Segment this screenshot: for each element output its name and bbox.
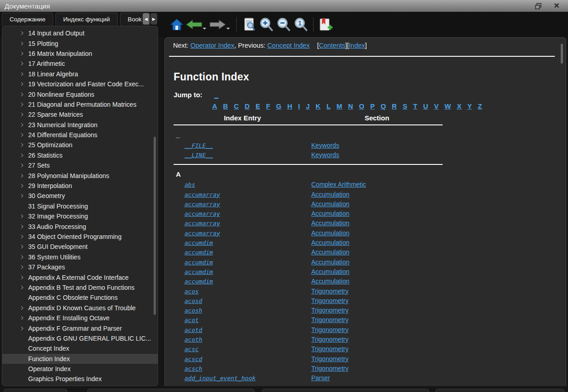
back-button[interactable] bbox=[185, 15, 203, 34]
chevron-right-icon[interactable] bbox=[18, 174, 25, 177]
tab-scroll-left-button[interactable]: ◀ bbox=[143, 13, 149, 25]
letter-link[interactable]: H bbox=[287, 102, 292, 110]
tree-item[interactable]: Appendix F Grammar and Parser bbox=[2, 323, 158, 333]
letter-link[interactable]: I bbox=[298, 102, 300, 110]
letter-link[interactable]: A bbox=[212, 102, 217, 110]
section-link[interactable]: Trigonometry bbox=[311, 355, 349, 362]
section-link[interactable]: Trigonometry bbox=[311, 316, 349, 323]
letter-link[interactable]: F bbox=[266, 102, 270, 110]
tree-item[interactable]: 15 Plotting bbox=[2, 38, 158, 48]
tree-item[interactable]: 36 System Utilities bbox=[2, 252, 158, 262]
bookmark-add-button[interactable] bbox=[317, 15, 334, 34]
chevron-right-icon[interactable] bbox=[18, 327, 25, 330]
letter-link[interactable]: B bbox=[223, 102, 228, 110]
tree-item[interactable]: 31 Signal Processing bbox=[2, 201, 158, 211]
tree-item[interactable]: 23 Numerical Integration bbox=[2, 120, 158, 130]
tree-item[interactable]: 30 Geometry bbox=[2, 191, 158, 201]
letter-link[interactable]: M bbox=[337, 102, 343, 110]
letter-link[interactable]: Z bbox=[478, 102, 482, 110]
tree-item[interactable]: Appendix B Test and Demo Functions bbox=[2, 283, 158, 293]
function-link[interactable]: accumarray bbox=[184, 201, 220, 208]
section-link[interactable]: Accumulation bbox=[311, 239, 349, 246]
tree-item[interactable]: 22 Sparse Matrices bbox=[2, 109, 158, 119]
tree-item[interactable]: 25 Optimization bbox=[2, 140, 158, 150]
tree-item[interactable]: Appendix A External Code Interface bbox=[2, 272, 158, 282]
letter-link[interactable]: V bbox=[434, 102, 438, 110]
function-link[interactable]: accumdim bbox=[184, 249, 213, 256]
tree-item[interactable]: 26 Statistics bbox=[2, 150, 158, 160]
section-link[interactable]: Accumulation bbox=[311, 210, 349, 217]
tree-item[interactable]: Appendix D Known Causes of Trouble bbox=[2, 303, 158, 313]
chevron-right-icon[interactable] bbox=[18, 42, 25, 45]
tree-item[interactable]: Graphics Properties Index bbox=[2, 374, 158, 384]
restore-window-button[interactable] bbox=[534, 2, 543, 10]
chevron-right-icon[interactable] bbox=[18, 194, 25, 197]
function-link[interactable]: acscd bbox=[184, 356, 202, 362]
letter-link[interactable]: Y bbox=[467, 102, 472, 110]
forward-button[interactable] bbox=[209, 15, 226, 34]
function-link[interactable]: accumdim bbox=[184, 278, 213, 285]
chevron-right-icon[interactable] bbox=[18, 235, 25, 238]
function-link[interactable]: accumarray bbox=[184, 210, 220, 217]
tree-item[interactable]: Appendix E Installing Octave bbox=[2, 313, 158, 323]
tree-item[interactable]: 28 Polynomial Manipulations bbox=[2, 170, 158, 180]
tree-item[interactable]: 33 Audio Processing bbox=[2, 221, 158, 231]
bottom-button[interactable] bbox=[435, 389, 564, 392]
function-link[interactable]: accumarray bbox=[184, 220, 220, 227]
tree-item[interactable]: 19 Vectorization and Faster Code Exec... bbox=[2, 79, 158, 89]
section-link[interactable]: Accumulation bbox=[311, 258, 349, 266]
letter-link[interactable]: R bbox=[392, 102, 397, 110]
contents-link[interactable]: Contents bbox=[319, 42, 345, 49]
zoom-in-button[interactable] bbox=[258, 15, 275, 34]
function-link[interactable]: __FILE__ bbox=[184, 142, 213, 149]
section-link[interactable]: Trigonometry bbox=[311, 326, 349, 333]
letter-link[interactable]: O bbox=[359, 102, 364, 110]
chevron-right-icon[interactable] bbox=[18, 164, 25, 167]
function-link[interactable]: acosd bbox=[184, 298, 202, 304]
function-link[interactable]: add_input_event_hook bbox=[184, 375, 256, 382]
tree-item[interactable]: Operator Index bbox=[2, 364, 158, 374]
tree-item[interactable]: 17 Arithmetic bbox=[2, 59, 158, 69]
section-link[interactable]: Trigonometry bbox=[311, 297, 349, 304]
letter-link[interactable]: Q bbox=[381, 102, 386, 110]
previous-link[interactable]: Concept Index bbox=[267, 42, 310, 49]
section-link[interactable]: Accumulation bbox=[311, 219, 349, 227]
tab-scroll-right-button[interactable]: ▶ bbox=[150, 13, 157, 25]
function-link[interactable]: __LINE__ bbox=[184, 152, 213, 159]
section-link[interactable]: Parser bbox=[311, 374, 330, 382]
tree-item[interactable]: Appendix C Obsolete Functions bbox=[2, 293, 158, 303]
tree-item[interactable]: 18 Linear Algebra bbox=[2, 69, 158, 79]
chevron-right-icon[interactable] bbox=[18, 32, 25, 35]
chevron-right-icon[interactable] bbox=[18, 245, 25, 248]
letter-link[interactable]: P bbox=[370, 102, 375, 110]
letter-link[interactable]: J bbox=[306, 102, 309, 110]
chevron-right-icon[interactable] bbox=[18, 225, 25, 228]
section-link[interactable]: Trigonometry bbox=[311, 345, 349, 352]
home-button[interactable] bbox=[168, 15, 185, 34]
chevron-right-icon[interactable] bbox=[18, 124, 25, 126]
tree-item[interactable]: 20 Nonlinear Equations bbox=[2, 89, 158, 99]
letter-link[interactable]: S bbox=[403, 102, 407, 110]
tree-item[interactable]: Function Index bbox=[2, 354, 158, 364]
letter-link[interactable]: D bbox=[245, 102, 250, 110]
section-link[interactable]: Keywords bbox=[311, 151, 339, 159]
function-link[interactable]: acosh bbox=[184, 307, 202, 314]
bottom-button[interactable] bbox=[4, 389, 67, 392]
bottom-button[interactable] bbox=[87, 389, 254, 392]
section-link[interactable]: Trigonometry bbox=[311, 365, 349, 372]
letter-link[interactable]: E bbox=[255, 102, 260, 110]
tab[interactable]: Содержание bbox=[2, 13, 53, 26]
chevron-right-icon[interactable] bbox=[18, 184, 25, 187]
tree-item[interactable]: Appendix G GNU GENERAL PUBLIC LIC... bbox=[2, 333, 158, 343]
function-link[interactable]: acoth bbox=[184, 336, 202, 343]
find-in-page-button[interactable] bbox=[240, 15, 258, 34]
section-link[interactable]: Trigonometry bbox=[311, 307, 349, 314]
tree-item[interactable]: 29 Interpolation bbox=[2, 181, 158, 191]
tree-item[interactable]: 24 Differential Equations bbox=[2, 130, 158, 140]
chevron-right-icon[interactable] bbox=[18, 83, 25, 85]
section-link[interactable]: Accumulation bbox=[311, 278, 349, 285]
bottom-button[interactable] bbox=[262, 389, 429, 392]
section-link[interactable]: Keywords bbox=[311, 142, 339, 149]
tree-item[interactable]: 27 Sets bbox=[2, 160, 158, 170]
tree-item[interactable]: 34 Object Oriented Programming bbox=[2, 232, 158, 242]
